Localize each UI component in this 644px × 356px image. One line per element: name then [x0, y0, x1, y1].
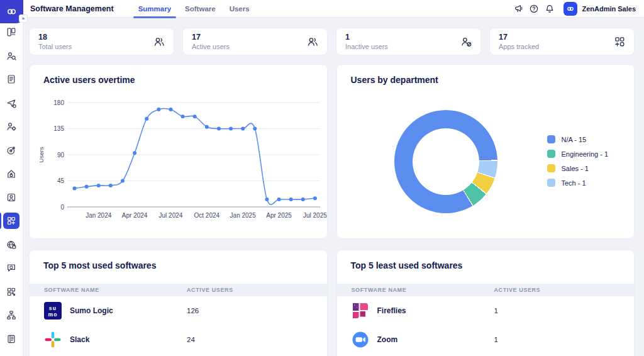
active-users-line-chart: 04590135180Jan 2024Apr 2024Jul 2024Oct 2… — [30, 90, 328, 223]
svg-text:135: 135 — [53, 125, 64, 132]
announcements-icon[interactable] — [513, 4, 523, 14]
stat-label: Active users — [192, 43, 230, 51]
tab-summary[interactable]: Summary — [131, 0, 178, 18]
legend-label: Tech - 1 — [562, 179, 586, 187]
account-logo-icon — [564, 2, 577, 16]
sidebar-item-web-security[interactable] — [3, 236, 19, 253]
users-icon — [307, 36, 318, 47]
legend-item-tech: Tech - 1 — [547, 179, 609, 187]
account-name: ZenAdmin Sales — [582, 5, 636, 13]
legend-swatch — [547, 179, 555, 187]
stat-card-apps-tracked: 17 Apps tracked — [489, 28, 635, 55]
svg-text:Jan 2025: Jan 2025 — [230, 212, 257, 219]
sidebar-item-integrations[interactable] — [3, 284, 19, 300]
sidebar-item-home-security[interactable] — [3, 165, 19, 182]
user-settings-icon — [6, 121, 16, 131]
top-bar: » Software Management SummarySoftwareUse… — [0, 0, 644, 18]
svg-text:Jul 2025: Jul 2025 — [303, 212, 327, 219]
stat-card-active-users: 17 Active users — [182, 28, 328, 55]
tab-software[interactable]: Software — [178, 0, 223, 18]
integrations-icon — [6, 287, 16, 297]
users-icon — [153, 36, 165, 47]
apps-tracked-icon — [614, 36, 625, 47]
svg-text:Users: Users — [38, 147, 45, 162]
help-icon[interactable] — [529, 4, 539, 14]
svg-text:Jan 2024: Jan 2024 — [86, 212, 112, 219]
sidebar-item-boards[interactable] — [3, 24, 19, 40]
home-security-icon — [6, 169, 16, 179]
table-title: Top 5 most used softwares — [43, 260, 313, 270]
zoom-logo-icon — [352, 331, 369, 348]
stat-value: 18 — [38, 32, 72, 42]
stat-label: Apps tracked — [499, 43, 539, 51]
sidebar-item-send[interactable] — [3, 95, 19, 111]
sidebar-item-user-badge[interactable] — [3, 189, 19, 206]
chart-title: Active users overtime — [43, 75, 135, 85]
sidebar-item-org-chart[interactable] — [3, 307, 19, 323]
sidebar-item-apps[interactable] — [3, 213, 19, 229]
org-chart-icon — [6, 310, 16, 320]
table-header: Software name Active users — [30, 284, 327, 296]
header-actions: ZenAdmin Sales — [513, 2, 644, 16]
sidebar — [0, 18, 23, 356]
table-row-sumologic[interactable]: sumo Sumo Logic 126 — [30, 296, 327, 325]
goals-icon — [6, 145, 16, 155]
column-active-users: Active users — [494, 287, 634, 293]
sidebar-item-user-settings[interactable] — [3, 118, 19, 135]
svg-text:Apr 2025: Apr 2025 — [266, 212, 292, 219]
page-title: Software Management — [30, 4, 114, 13]
svg-text:mo: mo — [48, 311, 57, 318]
send-icon — [6, 98, 16, 108]
column-software-name: Software name — [44, 287, 187, 293]
table-title: Top 5 least used softwares — [351, 260, 621, 270]
legend-label: Sales - 1 — [562, 165, 589, 172]
legend-item-sales: Sales - 1 — [547, 164, 609, 172]
fireflies-logo-icon — [352, 302, 369, 320]
stat-value: 1 — [345, 32, 388, 42]
active-users-value: 126 — [187, 307, 327, 314]
active-users-value: 24 — [187, 336, 327, 343]
tab-users[interactable]: Users — [223, 0, 257, 18]
stat-text: 17 Apps tracked — [499, 32, 539, 50]
table-row-zoom[interactable]: Zoom 1 — [337, 325, 635, 354]
table-row-slack[interactable]: Slack 24 — [30, 325, 327, 354]
sidebar-item-goals[interactable] — [3, 142, 19, 159]
table-card-top-5-most-used-softwares: Top 5 most used softwares Software name … — [29, 250, 328, 356]
table-header: Software name Active users — [337, 284, 635, 296]
legend-swatch — [547, 135, 555, 143]
donut-chart — [394, 110, 497, 213]
notifications-icon[interactable] — [545, 4, 555, 14]
active-users-value: 1 — [494, 307, 634, 314]
sidebar-item-reports[interactable] — [3, 331, 19, 347]
sidebar-item-conversations[interactable] — [3, 260, 19, 276]
sumologic-logo-icon: sumo — [44, 302, 62, 320]
conversations-icon — [6, 263, 16, 273]
sidebar-expand-button[interactable]: » — [19, 14, 28, 23]
apps-icon — [6, 216, 16, 226]
slack-logo-icon — [44, 331, 62, 348]
stat-value: 17 — [499, 32, 539, 42]
legend-swatch — [547, 150, 555, 158]
table-card-top-5-least-used-softwares: Top 5 least used softwares Software name… — [336, 250, 635, 356]
svg-text:0: 0 — [60, 204, 64, 211]
table-row-fireflies[interactable]: Fireflies 1 — [337, 296, 635, 325]
users-by-department-card: Users by department N/A - 15 Engineering… — [336, 64, 635, 239]
tab-bar: SummarySoftwareUsers — [131, 0, 257, 18]
sidebar-item-documents[interactable] — [3, 71, 19, 87]
stat-label: Total users — [38, 43, 72, 51]
legend-swatch — [547, 164, 555, 172]
web-security-icon — [6, 240, 16, 250]
svg-text:su: su — [49, 305, 57, 311]
documents-icon — [6, 74, 16, 84]
software-cell: sumo Sumo Logic — [44, 302, 187, 320]
stat-text: 18 Total users — [38, 32, 72, 50]
chart-legend: N/A - 15 Engineering - 1 Sales - 1 Tech … — [547, 135, 609, 187]
sidebar-item-user-search[interactable] — [3, 48, 19, 64]
software-cell: Slack — [44, 331, 187, 348]
account-switcher[interactable]: ZenAdmin Sales — [564, 2, 636, 16]
reports-icon — [6, 334, 16, 344]
boards-icon — [6, 27, 16, 37]
software-name: Fireflies — [377, 306, 406, 315]
legend-label: N/A - 15 — [562, 136, 587, 143]
svg-text:90: 90 — [57, 152, 65, 159]
